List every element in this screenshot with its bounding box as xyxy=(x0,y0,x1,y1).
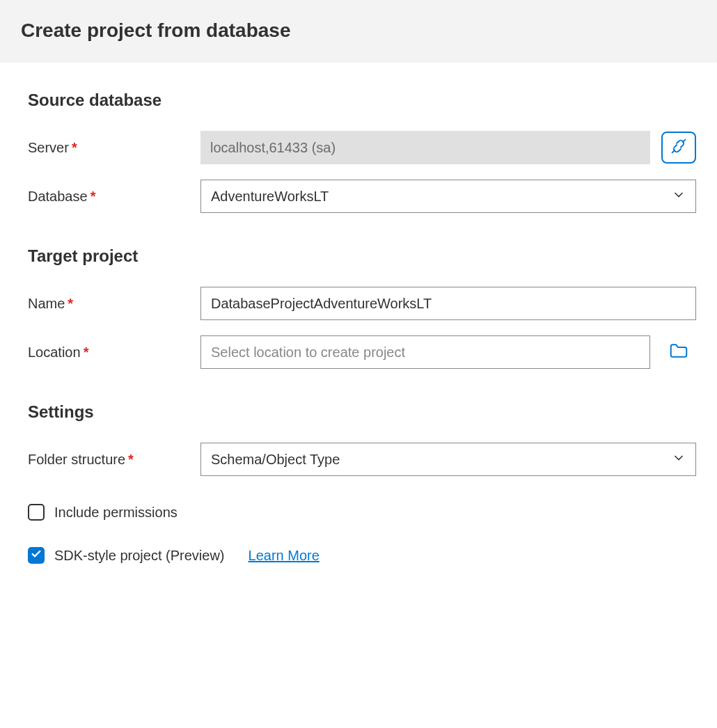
section-title-source: Source database xyxy=(28,90,696,110)
learn-more-link[interactable]: Learn More xyxy=(249,548,320,564)
field-folder-structure: Folder structure* Schema/Object Type xyxy=(28,443,696,476)
section-settings: Settings Folder structure* Schema/Object… xyxy=(28,402,696,564)
field-location: Location* xyxy=(28,335,696,369)
connect-button[interactable] xyxy=(661,132,696,164)
section-title-target: Target project xyxy=(28,246,696,266)
chevron-down-icon xyxy=(672,188,686,205)
section-target-project: Target project Name* Location* xyxy=(28,246,696,369)
field-name: Name* xyxy=(28,287,696,320)
checkbox-include-permissions-row: Include permissions xyxy=(28,504,696,521)
dialog-content: Source database Server* localhost,61433 … xyxy=(0,63,717,585)
checkbox-include-permissions[interactable] xyxy=(28,504,45,521)
field-database: Database* AdventureWorksLT xyxy=(28,180,696,213)
label-server: Server* xyxy=(28,140,189,156)
label-name: Name* xyxy=(28,296,189,312)
field-server: Server* localhost,61433 (sa) xyxy=(28,131,696,164)
checkbox-sdk-style-row: SDK-style project (Preview) Learn More xyxy=(28,547,696,564)
browse-location-button[interactable] xyxy=(661,336,696,368)
folder-icon xyxy=(668,340,689,364)
check-icon xyxy=(31,548,42,562)
label-include-permissions: Include permissions xyxy=(54,505,178,521)
plug-icon xyxy=(669,136,688,159)
chevron-down-icon xyxy=(672,451,686,468)
label-folder-structure: Folder structure* xyxy=(28,452,189,468)
database-select[interactable]: AdventureWorksLT xyxy=(200,180,696,213)
label-sdk-style: SDK-style project (Preview) xyxy=(54,548,225,564)
dialog-header: Create project from database xyxy=(0,0,717,63)
label-location: Location* xyxy=(28,345,189,361)
label-database: Database* xyxy=(28,189,189,205)
server-input: localhost,61433 (sa) xyxy=(200,131,650,164)
section-title-settings: Settings xyxy=(28,402,696,422)
checkbox-sdk-style[interactable] xyxy=(28,547,45,564)
dialog-title: Create project from database xyxy=(21,19,696,42)
section-source-database: Source database Server* localhost,61433 … xyxy=(28,90,696,213)
folder-structure-select[interactable]: Schema/Object Type xyxy=(200,443,696,476)
location-input[interactable] xyxy=(200,335,650,369)
name-input[interactable] xyxy=(200,287,696,320)
